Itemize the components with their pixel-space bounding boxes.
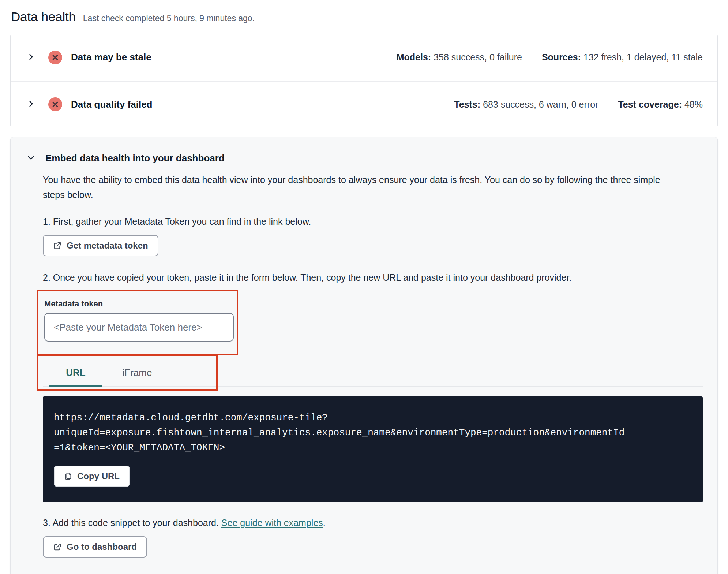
chevron-right-icon bbox=[27, 100, 35, 109]
status-row-quality[interactable]: Data quality failed Tests: 683 success, … bbox=[11, 81, 717, 127]
output-format-tabs-wrap: URL iFrame bbox=[43, 359, 703, 387]
status-row-stale-label: Data may be stale bbox=[71, 52, 151, 63]
embed-url-code-block: https://metadata.cloud.getdbt.com/exposu… bbox=[43, 396, 703, 502]
go-to-dashboard-label: Go to dashboard bbox=[67, 542, 137, 552]
error-x-circle-icon bbox=[48, 97, 62, 111]
embed-card-body: You have the ability to embed this data … bbox=[43, 172, 703, 558]
metadata-token-field-label: Metadata token bbox=[44, 299, 227, 309]
embed-url-line: =1&token=<YOUR_METADATA_TOKEN> bbox=[54, 440, 688, 455]
copy-url-button[interactable]: Copy URL bbox=[54, 466, 130, 487]
status-row-quality-stats: Tests: 683 success, 6 warn, 0 error Test… bbox=[454, 98, 703, 111]
data-health-status-card: Data may be stale Models: 358 success, 0… bbox=[10, 34, 718, 127]
step-3-text: 3. Add this code snippet to your dashboa… bbox=[43, 518, 703, 528]
stat-divider bbox=[532, 51, 532, 64]
models-stat: Models: 358 success, 0 failure bbox=[397, 52, 522, 63]
error-x-circle-icon bbox=[48, 51, 62, 64]
chevron-right-icon bbox=[27, 53, 35, 62]
status-row-stale-stats: Models: 358 success, 0 failure Sources: … bbox=[397, 51, 703, 64]
collapse-embed-button[interactable] bbox=[25, 152, 37, 164]
get-metadata-token-button[interactable]: Get metadata token bbox=[43, 235, 158, 256]
embed-description: You have the ability to embed this data … bbox=[43, 172, 679, 202]
step-1-text: 1. First, gather your Metadata Token you… bbox=[43, 216, 703, 227]
status-row-quality-label: Data quality failed bbox=[71, 99, 153, 110]
chevron-down-icon bbox=[27, 153, 35, 163]
expand-stale-button[interactable] bbox=[25, 51, 37, 64]
step-2-text: 2. Once you have copied your token, past… bbox=[43, 272, 703, 283]
see-guide-link[interactable]: See guide with examples bbox=[221, 518, 323, 528]
embed-url-text: https://metadata.cloud.getdbt.com/exposu… bbox=[54, 410, 688, 455]
page-header: Data health Last check completed 5 hours… bbox=[10, 10, 718, 24]
get-metadata-token-label: Get metadata token bbox=[67, 241, 148, 251]
tests-stat: Tests: 683 success, 6 warn, 0 error bbox=[454, 99, 598, 110]
expand-quality-button[interactable] bbox=[25, 98, 37, 111]
metadata-token-input[interactable] bbox=[44, 313, 234, 342]
embed-data-health-card: Embed data health into your dashboard Yo… bbox=[10, 137, 718, 574]
annotation-rect-token-form: Metadata token bbox=[37, 290, 238, 355]
page-title: Data health bbox=[11, 10, 76, 24]
tab-url[interactable]: URL bbox=[49, 359, 102, 386]
sources-stat: Sources: 132 fresh, 1 delayed, 11 stale bbox=[542, 52, 703, 63]
status-row-quality-left: Data quality failed bbox=[25, 97, 153, 111]
status-row-stale-left: Data may be stale bbox=[25, 51, 151, 64]
tab-iframe[interactable]: iFrame bbox=[110, 359, 164, 386]
embed-card-title: Embed data health into your dashboard bbox=[45, 153, 225, 164]
stat-divider bbox=[608, 98, 608, 111]
test-coverage-stat: Test coverage: 48% bbox=[618, 99, 703, 110]
embed-url-line: https://metadata.cloud.getdbt.com/exposu… bbox=[54, 410, 688, 425]
embed-url-line: uniqueId=exposure.fishtown_internal_anal… bbox=[54, 425, 688, 440]
external-link-icon bbox=[53, 543, 61, 551]
copy-icon bbox=[64, 472, 72, 480]
last-check-status: Last check completed 5 hours, 9 minutes … bbox=[83, 14, 255, 23]
external-link-icon bbox=[53, 242, 61, 250]
output-format-tabbar: URL iFrame bbox=[43, 359, 703, 387]
status-row-stale[interactable]: Data may be stale Models: 358 success, 0… bbox=[11, 34, 717, 81]
embed-card-header[interactable]: Embed data health into your dashboard bbox=[25, 152, 703, 164]
copy-url-label: Copy URL bbox=[77, 471, 120, 481]
go-to-dashboard-button[interactable]: Go to dashboard bbox=[43, 536, 147, 558]
